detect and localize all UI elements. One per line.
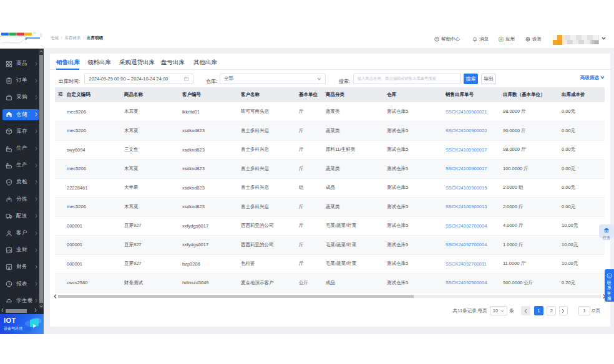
svg-text:?: ? — [436, 37, 438, 41]
